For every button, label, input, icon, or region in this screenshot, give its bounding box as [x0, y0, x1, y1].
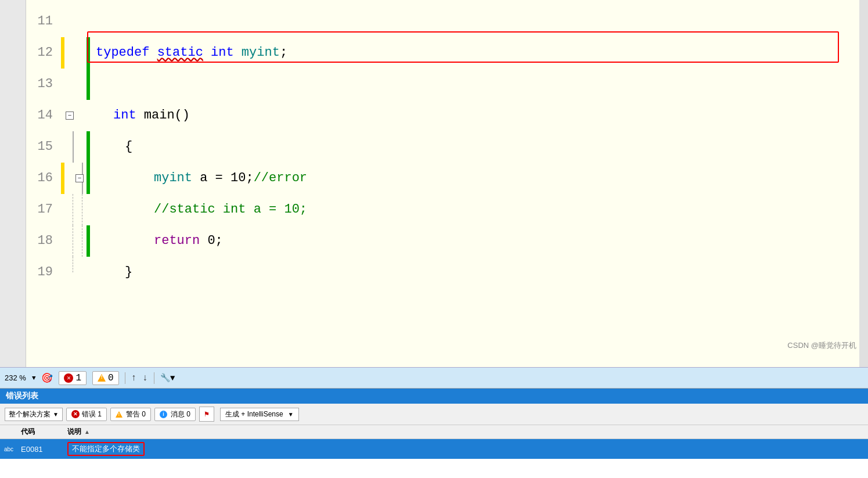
gutter-line-14[interactable]: − — [61, 100, 90, 131]
gutter-line-12 — [61, 37, 90, 69]
ident-myint2: myint — [154, 163, 192, 194]
filter-label: 整个解决方案 — [9, 409, 51, 419]
keyword-int-main: int — [113, 100, 136, 131]
keyword-int: int — [211, 37, 234, 69]
errors-btn-label: 错误 1 — [82, 409, 102, 419]
col-desc-header[interactable]: 说明 ▲ — [64, 425, 238, 439]
scrollbar-right[interactable] — [859, 0, 868, 367]
code-line-13 — [96, 69, 868, 100]
zoom-dropdown-arrow[interactable]: ▼ — [32, 375, 36, 382]
code-line-12: typedef static int myint; — [96, 37, 868, 69]
return-val: 0; — [207, 225, 222, 257]
line-number-15: 15 — [26, 131, 56, 163]
line-number-12: 12 — [26, 37, 56, 69]
yellow-bar-12 — [61, 37, 64, 69]
close-brace: } — [125, 257, 132, 288]
warnings-btn[interactable]: ! 警告 0 — [110, 408, 151, 421]
error-code: E0081 — [17, 442, 64, 457]
line-number-17: 17 — [26, 194, 56, 225]
gutter-line-19 — [61, 257, 90, 288]
semicolon-12: ; — [280, 37, 287, 69]
line-numbers: 11 12 13 14 15 16 17 18 19 — [26, 0, 61, 367]
wrench-dropdown-btn[interactable]: 🔧▼ — [160, 373, 175, 383]
keyword-static: static — [157, 37, 203, 69]
gutter-line-13 — [61, 69, 90, 100]
intellisense-arrow: ▼ — [288, 411, 294, 418]
errors-btn[interactable]: ✕ 错误 1 — [66, 408, 107, 421]
warning-count-label: 0 — [108, 373, 114, 383]
code-content: typedef static int myint; int main() { m… — [90, 0, 868, 367]
error-desc-box: 不能指定多个存储类 — [67, 442, 145, 456]
warning-count-btn[interactable]: ! 0 — [92, 371, 119, 385]
error-list-title: 错误列表 — [6, 391, 38, 400]
func-main: main() — [144, 100, 190, 131]
editor-area: 11 12 13 14 15 16 17 18 19 − — [0, 0, 868, 367]
yellow-bar-16 — [61, 163, 64, 194]
error-type-icon: abc — [4, 446, 13, 452]
gutter-line-15 — [61, 131, 90, 163]
arrow-down-btn[interactable]: ↓ — [142, 373, 148, 383]
arrow-up-btn[interactable]: ↑ — [131, 373, 137, 383]
status-divider — [125, 372, 125, 384]
status-bar: 232 % ▼ 🎯 ✕ 1 ! 0 ↑ ↓ 🔧▼ — [0, 367, 868, 388]
line-number-14: 14 — [26, 100, 56, 131]
ident-myint: myint — [242, 37, 280, 69]
keyword-return: return — [154, 225, 200, 257]
col-icon-header — [0, 425, 17, 439]
col-desc-label: 说明 — [67, 427, 81, 437]
line-number-16: 16 — [26, 163, 56, 194]
filter-dropdown[interactable]: 整个解决方案 ▼ — [5, 408, 63, 421]
error-count-label: 1 — [75, 373, 81, 383]
warnings-btn-label: 警告 0 — [126, 409, 146, 419]
filter-icon-btn[interactable]: ⚑ — [199, 407, 214, 422]
gutter-line-17 — [61, 194, 90, 225]
error-row-icon: abc — [0, 443, 17, 455]
col-code-header[interactable]: 代码 — [17, 425, 64, 439]
line-number-11: 11 — [26, 6, 56, 37]
error-list-panel: 错误列表 整个解决方案 ▼ ✕ 错误 1 ! 警告 0 i 消息 0 — [0, 388, 868, 478]
info-icon: i — [160, 411, 167, 418]
error-row-1[interactable]: abc E0081 不能指定多个存储类 — [0, 439, 868, 459]
error-list-header: 错误列表 — [0, 389, 868, 404]
left-sidebar — [0, 0, 26, 367]
open-brace: { — [125, 131, 132, 163]
watermark: CSDN @睡觉待开机 — [787, 330, 856, 361]
main-container: 11 12 13 14 15 16 17 18 19 − — [0, 0, 868, 478]
col-proj-header[interactable] — [238, 425, 868, 439]
line-number-13: 13 — [26, 69, 56, 100]
intellisense-label: 生成 + IntelliSense — [225, 409, 283, 419]
sort-icon: ▲ — [84, 429, 90, 435]
error-icon-sm: ✕ — [71, 410, 80, 418]
filter-dropdown-arrow: ▼ — [53, 411, 59, 418]
code-line-18: return 0; — [96, 225, 868, 257]
messages-btn-label: 消息 0 — [171, 409, 190, 419]
code-line-16: myint a = 10; //error — [96, 163, 868, 194]
gutter-line-18 — [61, 225, 90, 257]
fold-box-16[interactable]: − — [75, 174, 84, 182]
code-line-19: } — [96, 257, 868, 288]
keyword-typedef: typedef — [96, 37, 149, 69]
error-table-header: 代码 说明 ▲ — [0, 425, 868, 439]
status-icon-camera[interactable]: 🎯 — [41, 372, 53, 384]
code-line-15: { — [96, 131, 868, 163]
intellisense-dropdown[interactable]: 生成 + IntelliSense ▼ — [220, 408, 299, 421]
fold-box-14[interactable]: − — [66, 112, 74, 120]
comment-static: //static int a = 10; — [154, 194, 307, 225]
code-line-17: //static int a = 10; — [96, 194, 868, 225]
comment-error: //error — [254, 163, 307, 194]
line-number-19: 19 — [26, 257, 56, 288]
error-count-btn[interactable]: ✕ 1 — [59, 371, 87, 385]
code-line-14: int main() — [96, 100, 868, 131]
error-icon-status: ✕ — [64, 373, 73, 383]
messages-btn[interactable]: i 消息 0 — [154, 408, 196, 421]
gutter: − − — [61, 0, 90, 367]
col-code-label: 代码 — [21, 427, 35, 436]
zoom-level: 232 % — [5, 373, 26, 382]
status-divider2 — [154, 372, 154, 384]
line-number-18: 18 — [26, 225, 56, 257]
var-a: a = 10; — [200, 163, 253, 194]
error-list-toolbar: 整个解决方案 ▼ ✕ 错误 1 ! 警告 0 i 消息 0 ⚑ 生成 + I — [0, 404, 868, 425]
code-line-11 — [96, 6, 868, 37]
error-description: 不能指定多个存储类 — [64, 439, 148, 459]
gutter-line-16: − — [61, 163, 90, 194]
